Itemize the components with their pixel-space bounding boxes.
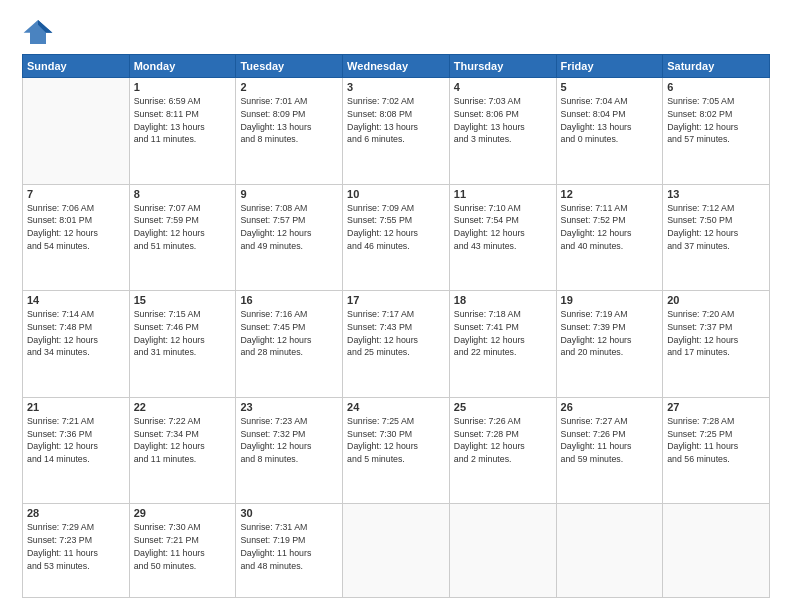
day-info: Sunrise: 7:05 AM Sunset: 8:02 PM Dayligh… — [667, 95, 765, 146]
day-info: Sunrise: 7:10 AM Sunset: 7:54 PM Dayligh… — [454, 202, 552, 253]
weekday-header-thursday: Thursday — [449, 55, 556, 78]
day-info: Sunrise: 7:29 AM Sunset: 7:23 PM Dayligh… — [27, 521, 125, 572]
calendar-cell: 30Sunrise: 7:31 AM Sunset: 7:19 PM Dayli… — [236, 504, 343, 598]
day-number: 26 — [561, 401, 659, 413]
day-info: Sunrise: 7:11 AM Sunset: 7:52 PM Dayligh… — [561, 202, 659, 253]
calendar-cell — [449, 504, 556, 598]
calendar-cell: 2Sunrise: 7:01 AM Sunset: 8:09 PM Daylig… — [236, 78, 343, 185]
day-info: Sunrise: 7:21 AM Sunset: 7:36 PM Dayligh… — [27, 415, 125, 466]
calendar-cell: 19Sunrise: 7:19 AM Sunset: 7:39 PM Dayli… — [556, 291, 663, 398]
day-info: Sunrise: 7:07 AM Sunset: 7:59 PM Dayligh… — [134, 202, 232, 253]
calendar-cell: 26Sunrise: 7:27 AM Sunset: 7:26 PM Dayli… — [556, 397, 663, 504]
day-number: 18 — [454, 294, 552, 306]
day-number: 21 — [27, 401, 125, 413]
calendar-cell: 9Sunrise: 7:08 AM Sunset: 7:57 PM Daylig… — [236, 184, 343, 291]
calendar-cell: 20Sunrise: 7:20 AM Sunset: 7:37 PM Dayli… — [663, 291, 770, 398]
day-number: 9 — [240, 188, 338, 200]
calendar-cell: 10Sunrise: 7:09 AM Sunset: 7:55 PM Dayli… — [343, 184, 450, 291]
day-info: Sunrise: 7:04 AM Sunset: 8:04 PM Dayligh… — [561, 95, 659, 146]
day-info: Sunrise: 7:15 AM Sunset: 7:46 PM Dayligh… — [134, 308, 232, 359]
day-number: 12 — [561, 188, 659, 200]
day-number: 29 — [134, 507, 232, 519]
calendar-cell: 18Sunrise: 7:18 AM Sunset: 7:41 PM Dayli… — [449, 291, 556, 398]
day-info: Sunrise: 7:14 AM Sunset: 7:48 PM Dayligh… — [27, 308, 125, 359]
week-row-2: 7Sunrise: 7:06 AM Sunset: 8:01 PM Daylig… — [23, 184, 770, 291]
day-info: Sunrise: 7:12 AM Sunset: 7:50 PM Dayligh… — [667, 202, 765, 253]
day-number: 10 — [347, 188, 445, 200]
calendar-cell: 23Sunrise: 7:23 AM Sunset: 7:32 PM Dayli… — [236, 397, 343, 504]
day-number: 2 — [240, 81, 338, 93]
calendar-cell: 24Sunrise: 7:25 AM Sunset: 7:30 PM Dayli… — [343, 397, 450, 504]
calendar-cell: 1Sunrise: 6:59 AM Sunset: 8:11 PM Daylig… — [129, 78, 236, 185]
day-number: 15 — [134, 294, 232, 306]
weekday-header-wednesday: Wednesday — [343, 55, 450, 78]
day-number: 27 — [667, 401, 765, 413]
logo-icon — [22, 18, 54, 46]
day-number: 17 — [347, 294, 445, 306]
day-number: 19 — [561, 294, 659, 306]
calendar-cell: 11Sunrise: 7:10 AM Sunset: 7:54 PM Dayli… — [449, 184, 556, 291]
day-info: Sunrise: 7:09 AM Sunset: 7:55 PM Dayligh… — [347, 202, 445, 253]
day-info: Sunrise: 7:02 AM Sunset: 8:08 PM Dayligh… — [347, 95, 445, 146]
calendar-cell: 21Sunrise: 7:21 AM Sunset: 7:36 PM Dayli… — [23, 397, 130, 504]
page: SundayMondayTuesdayWednesdayThursdayFrid… — [0, 0, 792, 612]
day-info: Sunrise: 7:27 AM Sunset: 7:26 PM Dayligh… — [561, 415, 659, 466]
calendar-cell — [23, 78, 130, 185]
day-number: 14 — [27, 294, 125, 306]
logo — [22, 18, 58, 46]
day-info: Sunrise: 7:06 AM Sunset: 8:01 PM Dayligh… — [27, 202, 125, 253]
calendar-cell — [556, 504, 663, 598]
day-number: 11 — [454, 188, 552, 200]
day-number: 24 — [347, 401, 445, 413]
calendar-cell: 29Sunrise: 7:30 AM Sunset: 7:21 PM Dayli… — [129, 504, 236, 598]
day-number: 13 — [667, 188, 765, 200]
calendar-cell: 7Sunrise: 7:06 AM Sunset: 8:01 PM Daylig… — [23, 184, 130, 291]
day-info: Sunrise: 7:25 AM Sunset: 7:30 PM Dayligh… — [347, 415, 445, 466]
day-info: Sunrise: 7:18 AM Sunset: 7:41 PM Dayligh… — [454, 308, 552, 359]
weekday-header-tuesday: Tuesday — [236, 55, 343, 78]
day-info: Sunrise: 7:19 AM Sunset: 7:39 PM Dayligh… — [561, 308, 659, 359]
day-number: 4 — [454, 81, 552, 93]
day-info: Sunrise: 6:59 AM Sunset: 8:11 PM Dayligh… — [134, 95, 232, 146]
day-number: 5 — [561, 81, 659, 93]
calendar-cell: 28Sunrise: 7:29 AM Sunset: 7:23 PM Dayli… — [23, 504, 130, 598]
calendar-cell: 4Sunrise: 7:03 AM Sunset: 8:06 PM Daylig… — [449, 78, 556, 185]
week-row-1: 1Sunrise: 6:59 AM Sunset: 8:11 PM Daylig… — [23, 78, 770, 185]
day-info: Sunrise: 7:17 AM Sunset: 7:43 PM Dayligh… — [347, 308, 445, 359]
day-number: 8 — [134, 188, 232, 200]
day-number: 7 — [27, 188, 125, 200]
calendar-cell: 15Sunrise: 7:15 AM Sunset: 7:46 PM Dayli… — [129, 291, 236, 398]
calendar-cell: 14Sunrise: 7:14 AM Sunset: 7:48 PM Dayli… — [23, 291, 130, 398]
week-row-3: 14Sunrise: 7:14 AM Sunset: 7:48 PM Dayli… — [23, 291, 770, 398]
day-number: 22 — [134, 401, 232, 413]
day-number: 16 — [240, 294, 338, 306]
header — [22, 18, 770, 46]
day-number: 1 — [134, 81, 232, 93]
day-info: Sunrise: 7:01 AM Sunset: 8:09 PM Dayligh… — [240, 95, 338, 146]
calendar-cell: 3Sunrise: 7:02 AM Sunset: 8:08 PM Daylig… — [343, 78, 450, 185]
calendar-cell: 8Sunrise: 7:07 AM Sunset: 7:59 PM Daylig… — [129, 184, 236, 291]
weekday-header-row: SundayMondayTuesdayWednesdayThursdayFrid… — [23, 55, 770, 78]
day-info: Sunrise: 7:23 AM Sunset: 7:32 PM Dayligh… — [240, 415, 338, 466]
day-info: Sunrise: 7:20 AM Sunset: 7:37 PM Dayligh… — [667, 308, 765, 359]
day-info: Sunrise: 7:31 AM Sunset: 7:19 PM Dayligh… — [240, 521, 338, 572]
day-number: 23 — [240, 401, 338, 413]
day-info: Sunrise: 7:22 AM Sunset: 7:34 PM Dayligh… — [134, 415, 232, 466]
day-number: 3 — [347, 81, 445, 93]
calendar-cell: 6Sunrise: 7:05 AM Sunset: 8:02 PM Daylig… — [663, 78, 770, 185]
day-number: 28 — [27, 507, 125, 519]
day-info: Sunrise: 7:08 AM Sunset: 7:57 PM Dayligh… — [240, 202, 338, 253]
calendar-cell: 13Sunrise: 7:12 AM Sunset: 7:50 PM Dayli… — [663, 184, 770, 291]
weekday-header-sunday: Sunday — [23, 55, 130, 78]
week-row-5: 28Sunrise: 7:29 AM Sunset: 7:23 PM Dayli… — [23, 504, 770, 598]
day-info: Sunrise: 7:16 AM Sunset: 7:45 PM Dayligh… — [240, 308, 338, 359]
calendar-cell: 5Sunrise: 7:04 AM Sunset: 8:04 PM Daylig… — [556, 78, 663, 185]
calendar-cell: 27Sunrise: 7:28 AM Sunset: 7:25 PM Dayli… — [663, 397, 770, 504]
day-info: Sunrise: 7:30 AM Sunset: 7:21 PM Dayligh… — [134, 521, 232, 572]
day-number: 25 — [454, 401, 552, 413]
calendar-cell: 17Sunrise: 7:17 AM Sunset: 7:43 PM Dayli… — [343, 291, 450, 398]
calendar-cell — [343, 504, 450, 598]
calendar-cell: 16Sunrise: 7:16 AM Sunset: 7:45 PM Dayli… — [236, 291, 343, 398]
day-info: Sunrise: 7:26 AM Sunset: 7:28 PM Dayligh… — [454, 415, 552, 466]
day-info: Sunrise: 7:03 AM Sunset: 8:06 PM Dayligh… — [454, 95, 552, 146]
